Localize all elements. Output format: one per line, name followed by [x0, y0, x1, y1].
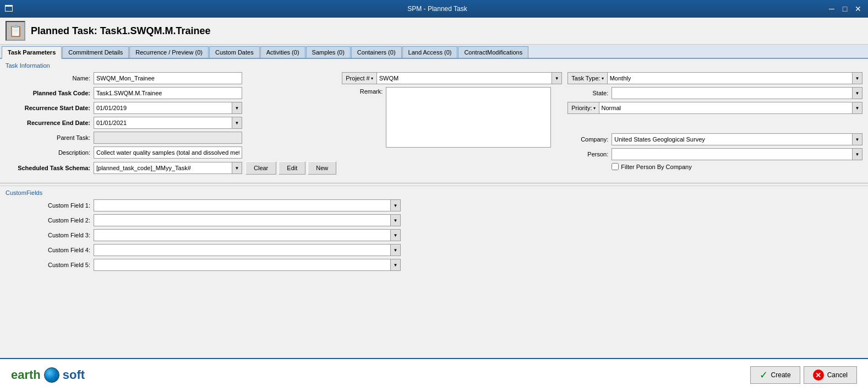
name-label: Name:: [6, 75, 94, 82]
custom-field-1-input[interactable]: [94, 199, 391, 211]
custom-field-3-dropdown: ▼: [94, 229, 401, 241]
scheduled-task-dropdown: ▼: [94, 162, 242, 174]
custom-field-4-input[interactable]: [94, 244, 391, 256]
custom-field-5-arrow[interactable]: ▼: [391, 259, 401, 271]
recurrence-start-arrow[interactable]: ▼: [232, 102, 242, 114]
tab-activities[interactable]: Activities (0): [260, 46, 305, 58]
custom-field-5-label: Custom Field 5:: [6, 262, 94, 268]
name-row: Name:: [6, 72, 336, 84]
task-type-input[interactable]: [607, 72, 853, 84]
planned-task-code-row: Planned Task Code:: [6, 87, 336, 99]
custom-fields-label: CustomFields: [6, 189, 862, 196]
priority-dropdown: ▼: [599, 102, 862, 114]
new-button[interactable]: New: [308, 161, 336, 175]
state-input[interactable]: [612, 87, 853, 99]
earthsoft-logo: earth soft: [11, 367, 85, 383]
tab-land-access[interactable]: Land Access (0): [402, 46, 458, 58]
planned-task-code-input[interactable]: [94, 87, 242, 99]
create-check-icon: ✓: [760, 369, 768, 381]
recurrence-start-input[interactable]: [94, 102, 232, 114]
task-information-section: Task Information Name: Planned Task Code…: [0, 59, 868, 181]
custom-field-3-row: Custom Field 3: ▼: [6, 229, 862, 241]
bottom-bar: earth soft ✓ Create ✕ Cancel: [0, 358, 868, 391]
person-row: Person: ▼: [567, 148, 862, 160]
description-input[interactable]: [94, 146, 242, 159]
create-label: Create: [771, 371, 791, 379]
custom-field-3-arrow[interactable]: ▼: [391, 229, 401, 241]
custom-field-2-label: Custom Field 2:: [6, 217, 94, 224]
custom-field-1-arrow[interactable]: ▼: [391, 199, 401, 211]
scheduled-task-input[interactable]: [94, 162, 232, 174]
planned-task-code-label: Planned Task Code:: [6, 90, 94, 96]
task-type-label-btn[interactable]: Task Type: ▾: [567, 72, 607, 84]
logo-soft-text: soft: [63, 368, 85, 382]
priority-label-btn[interactable]: Priority: ▾: [567, 102, 598, 114]
company-arrow[interactable]: ▼: [853, 133, 862, 145]
tab-task-parameters[interactable]: Task Parameters: [2, 46, 62, 59]
tabs-container: Task Parameters Commitment Details Recur…: [0, 45, 868, 59]
priority-input[interactable]: [599, 102, 853, 114]
priority-row: Priority: ▾ ▼: [567, 102, 862, 114]
form-container: Task Information Name: Planned Task Code…: [0, 59, 868, 350]
project-label-btn[interactable]: Project # ▾: [342, 72, 376, 84]
company-dropdown: ▼: [612, 133, 862, 145]
form-area: Name: Planned Task Code: Recurrence Star…: [6, 72, 862, 177]
priority-select-arrow[interactable]: ▼: [853, 102, 862, 114]
clear-button[interactable]: Clear: [245, 161, 276, 175]
name-input[interactable]: [94, 72, 242, 84]
tab-custom-dates[interactable]: Custom Dates: [209, 46, 260, 58]
tab-recurrence-preview[interactable]: Recurrence / Preview (0): [129, 46, 209, 58]
custom-field-2-arrow[interactable]: ▼: [391, 214, 401, 226]
state-arrow[interactable]: ▼: [853, 87, 862, 99]
custom-field-5-input[interactable]: [94, 259, 391, 271]
state-dropdown: ▼: [612, 87, 862, 99]
person-dropdown: ▼: [612, 148, 862, 160]
project-label-text: Project #: [346, 75, 369, 82]
app-header: 📋 Planned Task: Task1.SWQM.M.Trainee: [0, 18, 868, 45]
task-type-select-arrow[interactable]: ▼: [853, 72, 862, 84]
recurrence-end-input[interactable]: [94, 117, 232, 129]
parent-task-label: Parent Task:: [6, 134, 94, 141]
custom-field-1-row: Custom Field 1: ▼: [6, 199, 862, 211]
scheduled-task-row: Scheduled Task Schema: ▼ Clear Edit New: [6, 161, 336, 175]
task-type-arrow-icon: ▾: [602, 76, 604, 81]
company-row: Company: ▼: [567, 133, 862, 145]
company-input[interactable]: [612, 133, 853, 145]
custom-field-4-dropdown: ▼: [94, 244, 401, 256]
cancel-button[interactable]: ✕ Cancel: [804, 366, 857, 384]
description-label: Description:: [6, 149, 94, 156]
tab-contract-modifications[interactable]: ContractModifications: [458, 46, 528, 58]
recurrence-start-row: Recurrence Start Date: ▼: [6, 102, 336, 114]
filter-person-checkbox[interactable]: [612, 163, 619, 170]
person-arrow[interactable]: ▼: [853, 148, 862, 160]
remark-textarea[interactable]: [386, 87, 551, 148]
filter-person-label: Filter Person By Company: [621, 164, 691, 170]
minimize-button[interactable]: ─: [826, 3, 837, 14]
project-select-arrow[interactable]: ▼: [552, 72, 562, 84]
tab-commitment-details[interactable]: Commitment Details: [62, 46, 129, 58]
close-button[interactable]: ✕: [853, 3, 864, 14]
custom-field-4-arrow[interactable]: ▼: [391, 244, 401, 256]
form-left: Name: Planned Task Code: Recurrence Star…: [6, 72, 336, 177]
task-type-label-text: Task Type:: [571, 75, 600, 82]
remark-label: Remark:: [342, 87, 386, 95]
create-button[interactable]: ✓ Create: [750, 366, 800, 384]
tab-samples[interactable]: Samples (0): [306, 46, 351, 58]
restore-button[interactable]: □: [839, 3, 850, 14]
description-row: Description:: [6, 146, 336, 159]
project-input[interactable]: [376, 72, 553, 84]
person-input[interactable]: [612, 148, 853, 160]
recurrence-end-arrow[interactable]: ▼: [232, 117, 242, 129]
scheduled-task-label: Scheduled Task Schema:: [6, 165, 94, 171]
bottom-buttons: ✓ Create ✕ Cancel: [750, 366, 857, 384]
cancel-label: Cancel: [827, 371, 848, 379]
tab-containers[interactable]: Containers (0): [351, 46, 402, 58]
project-row: Project # ▾ ▼: [342, 72, 562, 84]
app-header-title: Planned Task: Task1.SWQM.M.Trainee: [31, 25, 210, 37]
parent-task-input[interactable]: [94, 132, 242, 144]
custom-field-2-input[interactable]: [94, 214, 391, 226]
recurrence-end-label: Recurrence End Date:: [6, 120, 94, 126]
custom-field-3-input[interactable]: [94, 229, 391, 241]
edit-button[interactable]: Edit: [279, 161, 305, 175]
scheduled-task-arrow[interactable]: ▼: [232, 162, 242, 174]
